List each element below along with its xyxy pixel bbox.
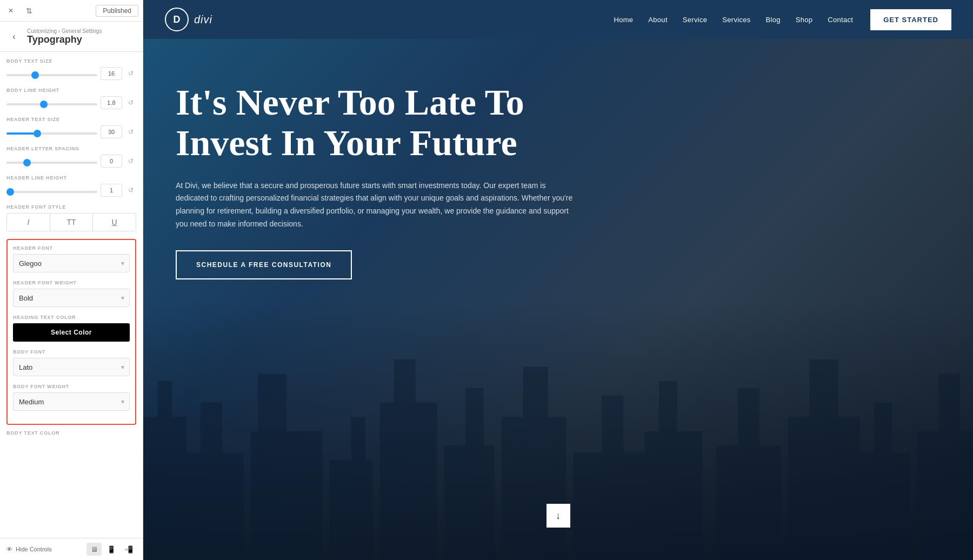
body-line-height-reset[interactable]: ↺ [125,97,136,108]
breadcrumb-area: Customizing › General Settings Typograph… [27,28,102,45]
body-text-size-slider[interactable] [6,74,97,76]
font-style-row: I TT U [6,213,136,231]
header-text-size-row: 30 ↺ [6,125,136,138]
body-text-size-row: 16 ↺ [6,67,136,80]
get-started-button[interactable]: GET STARTED [870,9,951,30]
underline-button[interactable]: U [93,214,136,231]
hero-content: It's Never Too Late To Invest In Your Fu… [143,39,619,312]
header-font-weight-group: HEADER FONT WEIGHT Thin Light Regular Me… [13,280,130,307]
close-button[interactable]: × [4,4,17,17]
header-line-height-row: 1 ↺ [6,184,136,197]
nav-about[interactable]: About [648,16,667,24]
panel-footer: 👁 Hide Controls 🖥 📱 📲 [0,538,143,560]
view-buttons: 🖥 📱 📲 [86,543,136,556]
nav-contact[interactable]: Contact [828,16,853,24]
published-button[interactable]: Published [96,5,138,17]
eye-icon: 👁 [6,546,12,552]
tablet-view-button[interactable]: 📱 [104,543,119,556]
panel-content: BODY TEXT SIZE 16 ↺ BODY LINE HEIGHT 1.8… [0,52,143,538]
svg-rect-23 [874,402,892,560]
header-font-weight-select[interactable]: Thin Light Regular Medium Bold Extra Bol… [13,289,130,307]
body-text-color-label: BODY TEXT COLOR [6,430,136,436]
highlighted-section: HEADER FONT Glegoo Georgia Open Sans Rob… [6,239,136,425]
body-font-weight-group: BODY FONT WEIGHT Thin Light Regular Medi… [13,384,130,411]
mobile-view-button[interactable]: 📲 [121,543,136,556]
heading-text-color-group: HEADING TEXT COLOR Select Color [13,315,130,342]
header-line-height-value: 1 [101,184,122,197]
svg-rect-19 [738,388,759,560]
svg-rect-21 [810,359,838,560]
body-line-height-slider[interactable] [6,103,97,105]
nav-services[interactable]: Services [722,16,750,24]
logo-letter: D [174,14,181,25]
header-letter-spacing-reset[interactable]: ↺ [125,156,136,166]
header-font-select-wrapper: Glegoo Georgia Open Sans Roboto Lato ▼ [13,254,130,272]
italic-button[interactable]: I [7,214,50,231]
body-font-weight-select[interactable]: Thin Light Regular Medium Bold [13,392,130,411]
header-font-select[interactable]: Glegoo Georgia Open Sans Roboto Lato [13,254,130,272]
scroll-arrow-button[interactable]: ↓ [547,504,570,528]
body-line-height-row: 1.8 ↺ [6,96,136,109]
heading-text-color-label: HEADING TEXT COLOR [13,315,130,320]
header-font-label: HEADER FONT [13,245,130,251]
svg-rect-3 [201,402,222,560]
logo-text: divi [194,14,212,26]
header-line-height-slider-container [6,185,97,195]
body-font-select-wrapper: Lato Open Sans Roboto Georgia Arial ▼ [13,358,130,376]
hero-section: It's Never Too Late To Invest In Your Fu… [143,39,973,560]
site-navbar: D divi Home About Service Services Blog … [143,0,973,39]
nav-home[interactable]: Home [614,16,633,24]
body-text-size-slider-container [6,69,97,78]
header-text-size-reset[interactable]: ↺ [125,126,136,137]
logo-area: D divi [165,8,212,31]
body-text-size-label: BODY TEXT SIZE [6,58,136,64]
header-line-height-reset[interactable]: ↺ [125,185,136,196]
svg-rect-5 [258,374,286,560]
header-text-size-slider[interactable] [6,132,97,135]
body-text-size-group: BODY TEXT SIZE 16 ↺ [6,58,136,80]
svg-rect-15 [602,395,623,560]
left-panel: × ⇅ Published ‹ Customizing › General Se… [0,0,143,560]
header-font-group: HEADER FONT Glegoo Georgia Open Sans Rob… [13,245,130,272]
hide-controls-label: Hide Controls [16,546,52,552]
swap-button[interactable]: ⇅ [22,4,37,17]
header-letter-spacing-slider[interactable] [6,162,97,164]
arrow-down-icon: ↓ [556,510,561,522]
body-font-select[interactable]: Lato Open Sans Roboto Georgia Arial [13,358,130,376]
body-line-height-slider-container [6,98,97,108]
header-line-height-label: HEADER LINE HEIGHT [6,175,136,181]
panel-title: Typography [27,34,102,45]
body-text-color-group: BODY TEXT COLOR [6,430,136,436]
body-font-group: BODY FONT Lato Open Sans Roboto Georgia … [13,349,130,376]
body-font-weight-select-wrapper: Thin Light Regular Medium Bold ▼ [13,392,130,411]
select-color-button[interactable]: Select Color [13,323,130,342]
header-font-weight-label: HEADER FONT WEIGHT [13,280,130,285]
nav-blog[interactable]: Blog [766,16,781,24]
body-text-size-reset[interactable]: ↺ [125,68,136,79]
hero-headline: It's Never Too Late To Invest In Your Fu… [176,82,587,163]
back-button[interactable]: ‹ [6,29,22,44]
nav-links: Home About Service Services Blog Shop Co… [614,16,853,24]
svg-rect-11 [465,388,483,560]
body-font-weight-label: BODY FONT WEIGHT [13,384,130,389]
desktop-view-button[interactable]: 🖥 [86,543,102,556]
nav-shop[interactable]: Shop [796,16,813,24]
header-line-height-slider[interactable] [6,191,97,193]
body-line-height-label: BODY LINE HEIGHT [6,88,136,93]
header-text-size-label: HEADER TEXT SIZE [6,117,136,122]
nav-service[interactable]: Service [683,16,707,24]
header-line-height-group: HEADER LINE HEIGHT 1 ↺ [6,175,136,197]
header-font-style-group: HEADER FONT STYLE I TT U [6,204,136,231]
breadcrumb: Customizing › General Settings [27,28,102,34]
hero-cta-button[interactable]: SCHEDULE A FREE CONSULTATION [176,250,352,279]
header-letter-spacing-slider-container [6,156,97,166]
header-letter-spacing-label: HEADER LETTER SPACING [6,146,136,151]
header-letter-spacing-group: HEADER LETTER SPACING 0 ↺ [6,146,136,168]
header-font-weight-select-wrapper: Thin Light Regular Medium Bold Extra Bol… [13,289,130,307]
header-text-size-slider-container [6,127,97,137]
logo-circle: D [165,8,189,31]
hide-controls-button[interactable]: 👁 Hide Controls [6,546,52,552]
uppercase-button[interactable]: TT [50,214,94,231]
header-font-style-label: HEADER FONT STYLE [6,204,136,210]
body-line-height-value: 1.8 [101,96,122,109]
